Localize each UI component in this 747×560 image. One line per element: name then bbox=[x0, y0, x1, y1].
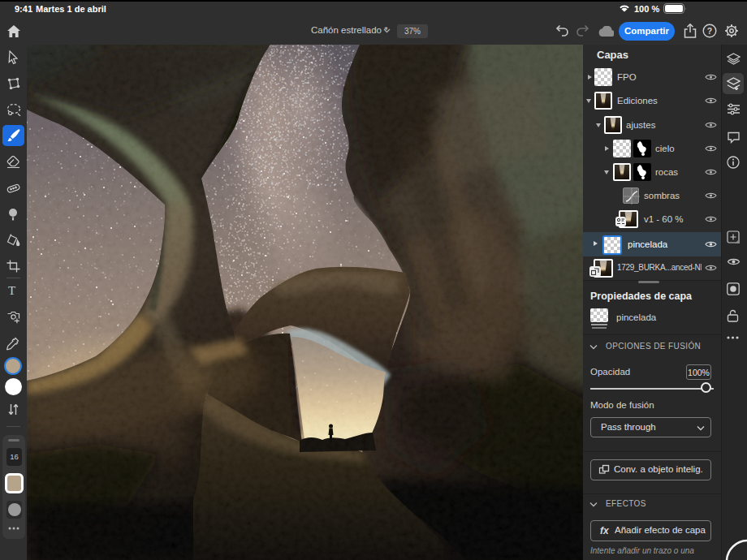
svg-text:?: ? bbox=[707, 26, 712, 36]
